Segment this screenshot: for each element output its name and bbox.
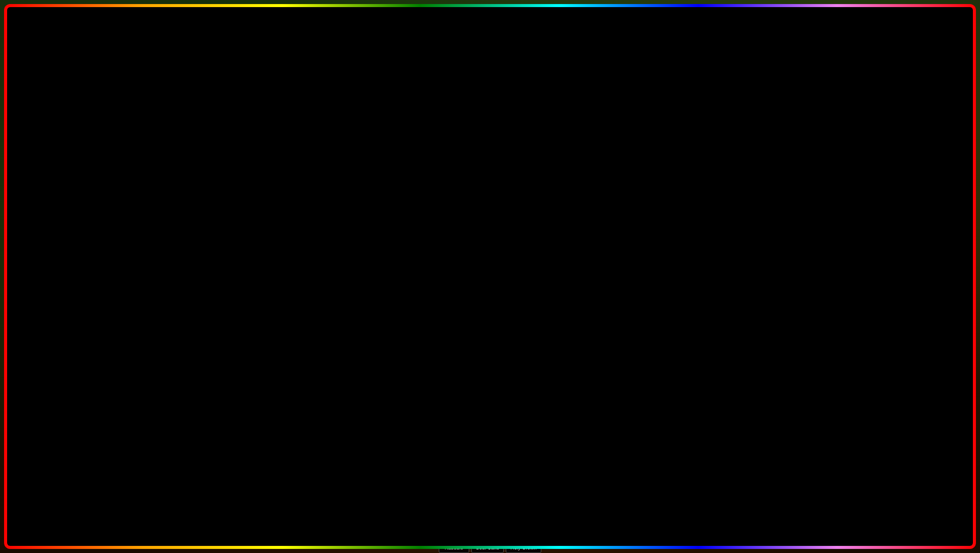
right-sidebar: 🏠 Main 📈 Stats 📍 Teleport 👤 Players ✗ EP… (433, 162, 507, 313)
right-time-label: TIME | 13:36:54 (645, 149, 688, 156)
left-user-info: 😎 Sky #2115 (49, 293, 118, 311)
auto-law-raid-row: Auto Law Raid (511, 255, 690, 265)
teleport-icon: 📍 (54, 197, 62, 205)
right-user-avatar: 😎 (437, 295, 451, 309)
left-sidebar-item-setting[interactable]: ⚙ Setting (49, 270, 118, 284)
title-area: ✸ BLOX FRUITS ✸ (0, 15, 980, 96)
auto-observation-row: Auto Observation V2 (125, 263, 304, 273)
right-sidebar-item-stats[interactable]: 📈 Stats (435, 179, 504, 193)
right-sidebar-item-players[interactable]: 👤 Players (435, 210, 504, 223)
right-panel-header: MUKURO HUB EPS-Raid TIME | 13:36:54 (433, 144, 694, 162)
right-sidebar-item-setting[interactable]: ⚙ Setting (435, 270, 504, 284)
auto-setspawnpoint-toggle[interactable] (296, 202, 304, 211)
right-sidebar-item-devil-fruit[interactable]: ⚙ DevilFruit (435, 240, 504, 254)
auto-rainbow-haki-row: Auto Rainbow Haki (125, 250, 304, 260)
right-teleport-icon: 📍 (440, 197, 448, 205)
stat-counters: 10 1059 (6, 328, 32, 353)
player1-name: Kabudio (445, 545, 464, 550)
pastebin-label: PASTEBIN (592, 486, 831, 537)
stat-counter-2: 1059 (6, 341, 32, 353)
stats-icon: 📈 (54, 182, 62, 190)
left-sidebar-item-eps-raid[interactable]: ✗ EPS-Raid (49, 225, 118, 238)
left-sidebar-item-main[interactable]: 🏠 Main (49, 164, 118, 178)
right-eps-raid-icon: ✗ (440, 228, 448, 235)
auto-law-raid-toggle[interactable] (682, 256, 690, 264)
players-icon: 👤 (54, 213, 62, 220)
raid-option-sand[interactable]: Sand (511, 228, 690, 240)
raid-option-human-buddha[interactable]: Human: Buddha (511, 216, 690, 228)
left-scroll[interactable] (303, 227, 305, 248)
star-right-icon: ✸ (750, 49, 785, 96)
left-sidebar-item-devil-fruit[interactable]: ⚙ DevilFruit (49, 240, 118, 254)
auto-observation-toggle[interactable] (296, 264, 304, 272)
setting-icon: ⚙ (54, 273, 62, 281)
left-section-label: Main (172, 149, 186, 156)
stat-counter-1: 10 (6, 328, 32, 340)
auto-elite-hunter-row: Auto Elite Hunter (125, 215, 304, 225)
devil-fruit-icon: ⚙ (54, 243, 62, 251)
player3-icon: 👑 (510, 533, 537, 545)
player1-icon: 👾 (443, 533, 465, 545)
right-panel: MUKURO HUB EPS-Raid TIME | 13:36:54 🏠 Ma… (432, 142, 696, 315)
auto-blackbeard-raid-toggle[interactable] (682, 268, 690, 276)
right-panel-content: Auto Raid Select Raid ... ▼ Magma Human:… (507, 162, 694, 313)
right-section-label: EPS-Raid (550, 149, 579, 156)
raid-dropdown-list: Magma Human: Buddha Sand (511, 202, 690, 241)
right-home-icon: 🏠 (440, 167, 448, 175)
eps-raid-icon: ✗ (54, 228, 62, 235)
client-row: Client Fps : 60 Ping : 233.504 (4%CV) (125, 177, 304, 184)
left-time-label: TIME | 13:36:49 (259, 149, 302, 156)
right-sidebar-item-buy-item[interactable]: 🛒 Buy Item (435, 255, 504, 269)
player2-name: Soul Cake (476, 545, 499, 550)
left-sidebar-item-players[interactable]: 👤 Players (49, 210, 118, 223)
auto-buy-microchip-row: Auto Buy Microchip (511, 243, 690, 253)
bottom-cards: 👾 Kabudio 🎂 Soul Cake 👑 Holy Crown (439, 530, 541, 553)
left-user-avatar: 😎 (51, 295, 66, 309)
right-stats-icon: 📈 (440, 182, 448, 190)
left-sidebar-item-stats[interactable]: 📈 Stats (49, 179, 118, 193)
auto-elite-hunter-toggle[interactable] (296, 216, 304, 224)
left-user-name-info: Sky #2115 (69, 296, 84, 308)
right-buy-item-icon: 🛒 (440, 258, 448, 266)
home-icon: 🏠 (54, 167, 62, 175)
right-sidebar-item-main[interactable]: 🏠 Main (435, 164, 504, 178)
player2-icon: 🎂 (476, 533, 499, 545)
auto-farm-level-row: Auto Farm Level (125, 188, 304, 198)
left-sidebar: 🏠 Main 📈 Stats 📍 Teleport 👤 Players ✗ EP… (47, 162, 121, 313)
auto-setspawnpoint-row: Auto SetSpawnPoint (125, 201, 304, 212)
select-raid-label: Select Raid (511, 178, 690, 185)
right-scroll[interactable] (689, 227, 691, 248)
player-card-2: 🎂 Soul Cake (471, 530, 504, 553)
right-hub-label: MUKURO HUB (439, 149, 485, 156)
right-setting-icon: ⚙ (440, 273, 448, 281)
left-panel-header: MUKURO HUB Main TIME | 13:36:49 (47, 144, 308, 162)
star-left-icon: ✸ (195, 49, 230, 96)
auto-raid-toggle[interactable] (682, 167, 690, 175)
auto-raid-row: Auto Raid (511, 166, 690, 176)
update-label: UPDATE (149, 486, 342, 537)
right-user-name-info: Sky #2115 (454, 296, 470, 308)
right-user-info: 😎 Sky #2115 (435, 293, 504, 311)
raid-option-magma[interactable]: Magma (511, 203, 690, 216)
script-label: SCRIPT (413, 486, 590, 537)
left-sidebar-item-buy-item[interactable]: 🛒 Buy Item (49, 255, 118, 269)
right-players-icon: 👤 (440, 213, 448, 220)
raid-dropdown[interactable]: ... ▼ (511, 187, 690, 200)
auto-farm-level-toggle[interactable] (296, 189, 304, 197)
right-devil-fruit-icon: ⚙ (440, 243, 448, 251)
right-sidebar-item-teleport[interactable]: 📍 Teleport (435, 194, 504, 208)
buy-item-icon: 🛒 (54, 258, 62, 266)
left-panel: MUKURO HUB Main TIME | 13:36:49 🏠 Main 📈… (46, 142, 310, 315)
update-number: 17 (344, 486, 412, 537)
auto-enma-yama-row: Auto Enma/Yama (125, 237, 304, 247)
right-sidebar-item-eps-raid[interactable]: ✗ EPS-Raid (435, 225, 504, 238)
auto-rainbow-haki-toggle[interactable] (296, 251, 304, 259)
player-card-1: 👾 Kabudio (439, 530, 469, 553)
left-hub-label: MUKURO HUB (53, 149, 99, 156)
auto-blackbeard-raid-row: Auto BlackBeard Raid (511, 267, 690, 278)
player3-name: Holy Crown (510, 545, 537, 550)
right-panel-body: 🏠 Main 📈 Stats 📍 Teleport 👤 Players ✗ EP… (433, 162, 694, 313)
left-sidebar-item-teleport[interactable]: 📍 Teleport (49, 194, 118, 208)
left-panel-body: 🏠 Main 📈 Stats 📍 Teleport 👤 Players ✗ EP… (47, 162, 308, 313)
elite-hunter-progress: Total EliteHunter Progress : 6 (125, 228, 304, 235)
